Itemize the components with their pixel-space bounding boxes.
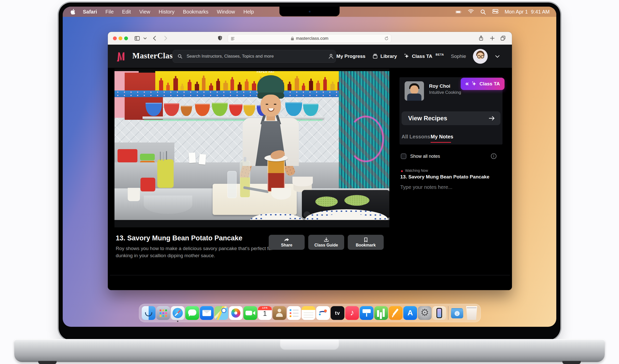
time-label: 9:41 AM: [531, 9, 550, 15]
instructor-avatar: [405, 81, 424, 101]
share-button[interactable]: Share: [269, 235, 305, 250]
active-tab-underline: [431, 142, 451, 143]
menu-item-file[interactable]: File: [106, 9, 114, 15]
library-icon: [372, 53, 378, 59]
dock-icon-appstore[interactable]: [403, 306, 417, 320]
wifi-icon[interactable]: [468, 9, 474, 15]
watching-now-dot: [401, 170, 403, 172]
nav-my-progress[interactable]: My Progress: [328, 53, 365, 59]
dock-icon-iphone[interactable]: [432, 306, 446, 320]
tab-all-lessons[interactable]: All Lessons: [402, 134, 430, 140]
dock-icon-pages[interactable]: [389, 306, 403, 320]
menu-item-edit[interactable]: Edit: [122, 9, 131, 15]
dock-icon-freeform[interactable]: [316, 306, 330, 320]
desktop: SafariFileEditViewHistoryBookmarksWindow…: [0, 0, 619, 364]
account-avatar[interactable]: [473, 49, 488, 64]
masterclass-page: MasterClass My Progress: [108, 45, 512, 290]
download-icon: [323, 237, 329, 243]
zoom-window-button[interactable]: [124, 36, 128, 40]
menu-bar-left: SafariFileEditViewHistoryBookmarksWindow…: [70, 9, 456, 15]
dock-icon-reminders[interactable]: [287, 306, 301, 320]
account-name[interactable]: Sophie: [451, 54, 466, 59]
dock-icon-keynote[interactable]: [360, 306, 373, 320]
brand-wordmark[interactable]: MasterClass: [132, 51, 176, 60]
privacy-shield-icon[interactable]: [217, 35, 223, 41]
class-ta-button[interactable]: « Class TA: [461, 78, 505, 90]
close-window-button[interactable]: [113, 36, 117, 40]
nav-class-ta[interactable]: Class TABETA: [404, 53, 444, 59]
course-title: Intuitive Cooking: [429, 90, 461, 95]
url-text: masterclass.com: [296, 36, 329, 41]
date-label: Mon Apr 1: [505, 9, 528, 15]
dock-icon-appletv[interactable]: tv: [331, 306, 344, 320]
search-input[interactable]: [186, 54, 331, 59]
collapse-chevrons-icon: «: [465, 81, 469, 87]
menu-item-help[interactable]: Help: [243, 9, 254, 15]
dock-icon-downloads[interactable]: [450, 306, 464, 320]
dock-separator: [448, 306, 448, 320]
dock-icon-finder[interactable]: [142, 306, 156, 320]
show-all-notes-label: Show all notes: [410, 154, 440, 159]
dock-icon-messages[interactable]: [185, 306, 199, 320]
site-search[interactable]: [173, 50, 336, 63]
dock-icon-launchpad[interactable]: [156, 306, 170, 320]
new-tab-icon[interactable]: [489, 35, 495, 41]
page-settings-icon[interactable]: [230, 36, 235, 41]
dock-icon-notes[interactable]: [302, 306, 315, 320]
battery-icon[interactable]: [456, 9, 462, 15]
address-bar[interactable]: masterclass.com: [228, 34, 391, 43]
spotlight-search-icon[interactable]: [480, 9, 486, 15]
dock-icon-contacts[interactable]: [273, 306, 286, 320]
person-icon: [328, 53, 334, 59]
menu-item-view[interactable]: View: [139, 9, 150, 15]
view-recipes-button[interactable]: View Recipes: [402, 111, 500, 125]
chevron-down-icon[interactable]: [143, 36, 147, 40]
notes-input[interactable]: Type your notes here...: [400, 184, 453, 190]
dock: APR1tv: [139, 304, 481, 322]
masterclass-logo-icon[interactable]: [117, 51, 128, 62]
show-all-notes-checkbox[interactable]: [401, 153, 406, 159]
dock-icon-numbers[interactable]: [374, 306, 388, 320]
notes-lesson-title: 13. Savory Mung Bean Potato Pancake: [400, 174, 489, 180]
dock-icon-trash[interactable]: [465, 306, 479, 320]
dock-icon-mail[interactable]: [200, 306, 214, 320]
dock-icon-facetime[interactable]: [243, 306, 257, 320]
forward-button[interactable]: [162, 35, 169, 41]
sidebar-toggle-icon[interactable]: [134, 35, 140, 41]
control-center-icon[interactable]: [492, 9, 498, 15]
back-button[interactable]: [152, 35, 158, 41]
nav-library[interactable]: Library: [372, 53, 397, 59]
dock-icon-safari[interactable]: [171, 306, 185, 320]
tab-overview-icon[interactable]: [500, 35, 506, 41]
dock-icon-calendar[interactable]: APR1: [258, 306, 272, 320]
apple-menu-icon[interactable]: [70, 9, 75, 15]
share-icon[interactable]: [478, 35, 484, 41]
class-guide-button[interactable]: Class Guide: [308, 235, 344, 250]
dock-icon-music[interactable]: [345, 306, 359, 320]
tab-my-notes[interactable]: My Notes: [431, 134, 453, 140]
camera-icon: [309, 11, 311, 12]
dock-icon-settings[interactable]: [418, 306, 432, 320]
info-icon[interactable]: [491, 153, 497, 159]
bookmark-icon: [363, 237, 369, 243]
instructor-name: Roy Choi: [429, 83, 450, 89]
safari-window: masterclass.com: [108, 32, 512, 290]
account-chevron-down-icon[interactable]: [495, 54, 500, 59]
dock-icon-maps[interactable]: [214, 306, 228, 320]
video-player[interactable]: PAPER HAT RC: [114, 69, 389, 227]
dock-icon-photos[interactable]: [229, 306, 243, 320]
lock-icon: [291, 36, 294, 41]
menu-item-safari[interactable]: Safari: [83, 9, 97, 15]
beta-badge: BETA: [436, 53, 444, 56]
watching-now-label: Watching Now: [405, 168, 428, 173]
menu-item-bookmarks[interactable]: Bookmarks: [183, 9, 209, 15]
bookmark-button[interactable]: Bookmark: [348, 235, 384, 250]
minimize-window-button[interactable]: [119, 36, 122, 40]
menu-bar-status: Mon Apr 1 9:41 AM: [456, 9, 550, 15]
menu-item-history[interactable]: History: [159, 9, 174, 15]
reload-icon[interactable]: [384, 36, 389, 41]
menu-bar-clock: Mon Apr 1 9:41 AM: [505, 9, 550, 15]
menu-item-window[interactable]: Window: [217, 9, 235, 15]
macbook-foot: [38, 361, 57, 364]
app-menus: SafariFileEditViewHistoryBookmarksWindow…: [83, 9, 262, 15]
